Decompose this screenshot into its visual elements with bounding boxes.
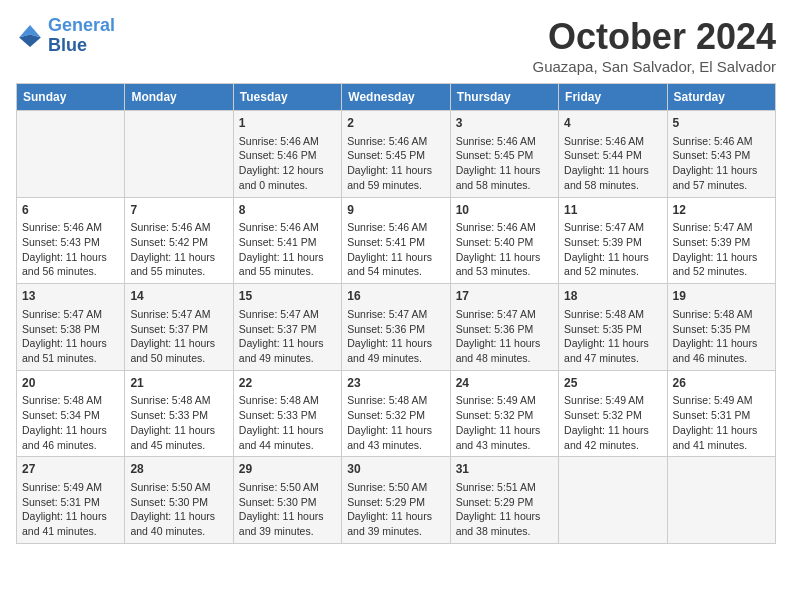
header-friday: Friday — [559, 84, 667, 111]
day-info: Sunrise: 5:46 AM Sunset: 5:41 PM Dayligh… — [347, 220, 444, 279]
calendar-cell: 5Sunrise: 5:46 AM Sunset: 5:43 PM Daylig… — [667, 111, 775, 198]
calendar-cell: 14Sunrise: 5:47 AM Sunset: 5:37 PM Dayli… — [125, 284, 233, 371]
day-number: 28 — [130, 461, 227, 478]
logo: General Blue — [16, 16, 115, 56]
header-monday: Monday — [125, 84, 233, 111]
day-info: Sunrise: 5:46 AM Sunset: 5:42 PM Dayligh… — [130, 220, 227, 279]
day-number: 31 — [456, 461, 553, 478]
calendar-cell: 20Sunrise: 5:48 AM Sunset: 5:34 PM Dayli… — [17, 370, 125, 457]
calendar-cell: 3Sunrise: 5:46 AM Sunset: 5:45 PM Daylig… — [450, 111, 558, 198]
calendar-cell — [559, 457, 667, 544]
day-info: Sunrise: 5:46 AM Sunset: 5:40 PM Dayligh… — [456, 220, 553, 279]
calendar-cell: 1Sunrise: 5:46 AM Sunset: 5:46 PM Daylig… — [233, 111, 341, 198]
day-number: 23 — [347, 375, 444, 392]
day-number: 20 — [22, 375, 119, 392]
day-info: Sunrise: 5:46 AM Sunset: 5:46 PM Dayligh… — [239, 134, 336, 193]
day-info: Sunrise: 5:47 AM Sunset: 5:39 PM Dayligh… — [673, 220, 770, 279]
day-info: Sunrise: 5:48 AM Sunset: 5:34 PM Dayligh… — [22, 393, 119, 452]
day-number: 1 — [239, 115, 336, 132]
day-number: 24 — [456, 375, 553, 392]
day-number: 3 — [456, 115, 553, 132]
day-number: 12 — [673, 202, 770, 219]
calendar-cell: 26Sunrise: 5:49 AM Sunset: 5:31 PM Dayli… — [667, 370, 775, 457]
day-number: 15 — [239, 288, 336, 305]
calendar-cell: 22Sunrise: 5:48 AM Sunset: 5:33 PM Dayli… — [233, 370, 341, 457]
calendar-table: SundayMondayTuesdayWednesdayThursdayFrid… — [16, 83, 776, 544]
calendar-week-row: 20Sunrise: 5:48 AM Sunset: 5:34 PM Dayli… — [17, 370, 776, 457]
calendar-cell: 21Sunrise: 5:48 AM Sunset: 5:33 PM Dayli… — [125, 370, 233, 457]
day-info: Sunrise: 5:47 AM Sunset: 5:37 PM Dayligh… — [130, 307, 227, 366]
day-info: Sunrise: 5:47 AM Sunset: 5:36 PM Dayligh… — [456, 307, 553, 366]
day-info: Sunrise: 5:47 AM Sunset: 5:38 PM Dayligh… — [22, 307, 119, 366]
calendar-cell: 8Sunrise: 5:46 AM Sunset: 5:41 PM Daylig… — [233, 197, 341, 284]
calendar-cell: 16Sunrise: 5:47 AM Sunset: 5:36 PM Dayli… — [342, 284, 450, 371]
calendar-cell: 28Sunrise: 5:50 AM Sunset: 5:30 PM Dayli… — [125, 457, 233, 544]
calendar-week-row: 1Sunrise: 5:46 AM Sunset: 5:46 PM Daylig… — [17, 111, 776, 198]
day-number: 16 — [347, 288, 444, 305]
day-info: Sunrise: 5:46 AM Sunset: 5:44 PM Dayligh… — [564, 134, 661, 193]
calendar-cell: 10Sunrise: 5:46 AM Sunset: 5:40 PM Dayli… — [450, 197, 558, 284]
logo-icon — [16, 22, 44, 50]
calendar-cell: 18Sunrise: 5:48 AM Sunset: 5:35 PM Dayli… — [559, 284, 667, 371]
calendar-week-row: 13Sunrise: 5:47 AM Sunset: 5:38 PM Dayli… — [17, 284, 776, 371]
day-info: Sunrise: 5:50 AM Sunset: 5:29 PM Dayligh… — [347, 480, 444, 539]
day-number: 6 — [22, 202, 119, 219]
header-wednesday: Wednesday — [342, 84, 450, 111]
day-number: 13 — [22, 288, 119, 305]
day-info: Sunrise: 5:51 AM Sunset: 5:29 PM Dayligh… — [456, 480, 553, 539]
day-number: 4 — [564, 115, 661, 132]
day-info: Sunrise: 5:50 AM Sunset: 5:30 PM Dayligh… — [239, 480, 336, 539]
day-number: 30 — [347, 461, 444, 478]
title-block: October 2024 Guazapa, San Salvador, El S… — [533, 16, 777, 75]
day-info: Sunrise: 5:49 AM Sunset: 5:32 PM Dayligh… — [564, 393, 661, 452]
calendar-cell: 4Sunrise: 5:46 AM Sunset: 5:44 PM Daylig… — [559, 111, 667, 198]
day-info: Sunrise: 5:48 AM Sunset: 5:33 PM Dayligh… — [239, 393, 336, 452]
day-number: 19 — [673, 288, 770, 305]
calendar-header-row: SundayMondayTuesdayWednesdayThursdayFrid… — [17, 84, 776, 111]
calendar-cell — [125, 111, 233, 198]
day-number: 21 — [130, 375, 227, 392]
calendar-cell: 6Sunrise: 5:46 AM Sunset: 5:43 PM Daylig… — [17, 197, 125, 284]
day-number: 7 — [130, 202, 227, 219]
calendar-cell: 9Sunrise: 5:46 AM Sunset: 5:41 PM Daylig… — [342, 197, 450, 284]
calendar-week-row: 6Sunrise: 5:46 AM Sunset: 5:43 PM Daylig… — [17, 197, 776, 284]
header-saturday: Saturday — [667, 84, 775, 111]
day-info: Sunrise: 5:50 AM Sunset: 5:30 PM Dayligh… — [130, 480, 227, 539]
month-title: October 2024 — [533, 16, 777, 58]
calendar-cell: 25Sunrise: 5:49 AM Sunset: 5:32 PM Dayli… — [559, 370, 667, 457]
day-info: Sunrise: 5:48 AM Sunset: 5:35 PM Dayligh… — [673, 307, 770, 366]
page-header: General Blue October 2024 Guazapa, San S… — [16, 16, 776, 75]
logo-text: General Blue — [48, 16, 115, 56]
calendar-cell: 19Sunrise: 5:48 AM Sunset: 5:35 PM Dayli… — [667, 284, 775, 371]
day-number: 18 — [564, 288, 661, 305]
day-number: 5 — [673, 115, 770, 132]
calendar-cell: 17Sunrise: 5:47 AM Sunset: 5:36 PM Dayli… — [450, 284, 558, 371]
day-number: 8 — [239, 202, 336, 219]
calendar-cell: 12Sunrise: 5:47 AM Sunset: 5:39 PM Dayli… — [667, 197, 775, 284]
day-number: 27 — [22, 461, 119, 478]
calendar-cell — [667, 457, 775, 544]
calendar-cell: 24Sunrise: 5:49 AM Sunset: 5:32 PM Dayli… — [450, 370, 558, 457]
calendar-cell: 29Sunrise: 5:50 AM Sunset: 5:30 PM Dayli… — [233, 457, 341, 544]
day-info: Sunrise: 5:46 AM Sunset: 5:43 PM Dayligh… — [22, 220, 119, 279]
day-number: 22 — [239, 375, 336, 392]
day-info: Sunrise: 5:47 AM Sunset: 5:36 PM Dayligh… — [347, 307, 444, 366]
day-number: 17 — [456, 288, 553, 305]
calendar-cell: 27Sunrise: 5:49 AM Sunset: 5:31 PM Dayli… — [17, 457, 125, 544]
day-number: 2 — [347, 115, 444, 132]
day-info: Sunrise: 5:48 AM Sunset: 5:35 PM Dayligh… — [564, 307, 661, 366]
day-info: Sunrise: 5:48 AM Sunset: 5:32 PM Dayligh… — [347, 393, 444, 452]
calendar-cell: 15Sunrise: 5:47 AM Sunset: 5:37 PM Dayli… — [233, 284, 341, 371]
day-info: Sunrise: 5:49 AM Sunset: 5:32 PM Dayligh… — [456, 393, 553, 452]
calendar-cell — [17, 111, 125, 198]
calendar-cell: 11Sunrise: 5:47 AM Sunset: 5:39 PM Dayli… — [559, 197, 667, 284]
day-number: 29 — [239, 461, 336, 478]
day-info: Sunrise: 5:46 AM Sunset: 5:43 PM Dayligh… — [673, 134, 770, 193]
day-info: Sunrise: 5:46 AM Sunset: 5:45 PM Dayligh… — [456, 134, 553, 193]
day-info: Sunrise: 5:49 AM Sunset: 5:31 PM Dayligh… — [22, 480, 119, 539]
day-number: 10 — [456, 202, 553, 219]
day-number: 26 — [673, 375, 770, 392]
day-info: Sunrise: 5:46 AM Sunset: 5:45 PM Dayligh… — [347, 134, 444, 193]
day-info: Sunrise: 5:48 AM Sunset: 5:33 PM Dayligh… — [130, 393, 227, 452]
day-info: Sunrise: 5:47 AM Sunset: 5:39 PM Dayligh… — [564, 220, 661, 279]
